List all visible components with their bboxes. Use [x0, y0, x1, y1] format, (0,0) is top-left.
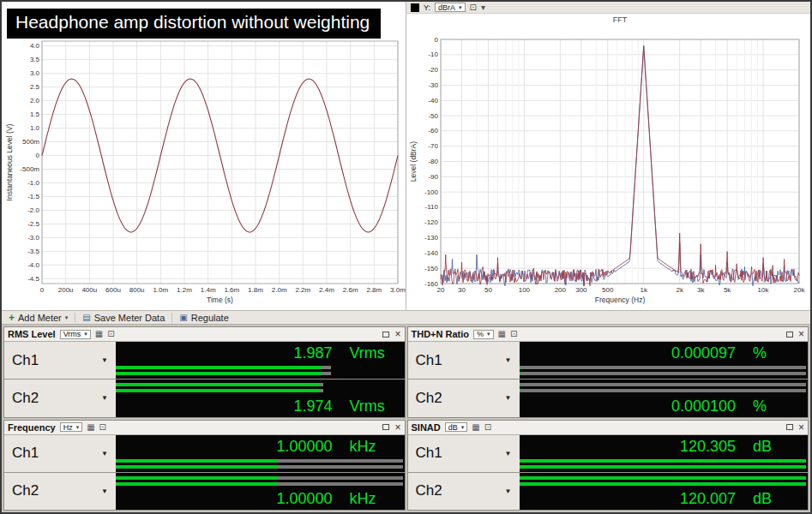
svg-text:2.8m: 2.8m	[366, 286, 382, 294]
pane-icon[interactable]: ⊡	[107, 330, 114, 338]
meter-readout: 1.00000 kHz	[116, 439, 405, 454]
meter-toolbar: + Add Meter ▾ ▤ Save Meter Data ▣ Regula…	[2, 310, 810, 325]
channel-selector-ch2[interactable]: Ch2 ▼	[408, 473, 520, 510]
meter-display: 1.987 Vrms	[116, 342, 405, 379]
black-square-icon	[411, 3, 419, 12]
svg-text:-100: -100	[424, 188, 439, 196]
chevron-down-icon: ▼	[505, 487, 512, 495]
svg-text:Instantaneous Level (V): Instantaneous Level (V)	[5, 123, 14, 200]
svg-text:-130: -130	[424, 234, 439, 242]
fft-toolbar: Y: dBrA ▾ ⊡ ▾	[406, 2, 810, 14]
pane-icon[interactable]: ⊡	[510, 330, 517, 338]
unit-select[interactable]: % ▾	[473, 330, 494, 339]
meter-value: 1.00000	[276, 439, 332, 454]
meter-unit: dB	[736, 491, 801, 506]
regulate-icon: ▣	[179, 314, 187, 322]
meter-panel-rms-level: RMS Level Vrms ▾ ▦ ⊡ × Ch1 ▼	[3, 326, 406, 418]
save-meter-data-button[interactable]: ▤ Save Meter Data	[80, 311, 167, 324]
unit-select[interactable]: Vrms ▾	[60, 330, 91, 339]
close-icon[interactable]: ×	[798, 422, 804, 433]
svg-text:5k: 5k	[724, 286, 731, 294]
channel-selector-ch2[interactable]: Ch2 ▼	[4, 473, 116, 510]
close-icon[interactable]: ×	[394, 329, 400, 339]
unit-select[interactable]: Hz ▾	[60, 422, 83, 432]
regulate-button[interactable]: ▣ Regulate	[177, 311, 232, 324]
svg-text:1.8m: 1.8m	[248, 286, 263, 294]
close-icon[interactable]: ×	[394, 422, 400, 433]
plus-icon: +	[9, 313, 15, 323]
meter-title: Frequency	[8, 422, 56, 433]
svg-text:10k: 10k	[758, 286, 770, 294]
pane-icon[interactable]: ⊡	[470, 3, 477, 12]
meter-value: 1.987	[293, 345, 332, 361]
popout-icon[interactable]	[382, 332, 389, 338]
svg-text:-1.0: -1.0	[27, 179, 39, 187]
meter-options-icon[interactable]: ▦	[472, 423, 479, 432]
meter-unit: dB	[736, 439, 801, 454]
svg-text:-10: -10	[428, 51, 438, 58]
scope-panel: 4.03.53.02.52.01.51.0500m0-500m-1.0-1.5-…	[2, 2, 406, 310]
svg-text:3.0m: 3.0m	[390, 286, 406, 294]
meter-value: 1.00000	[276, 491, 332, 506]
meter-row-ch2: Ch2 ▼ 120.007 dB	[408, 473, 809, 510]
svg-text:2.5: 2.5	[30, 83, 40, 91]
meter-unit: %	[736, 398, 801, 414]
svg-text:Time (s): Time (s)	[207, 296, 233, 304]
meter-display: 1.974 Vrms	[116, 380, 405, 416]
popout-icon[interactable]	[382, 424, 389, 430]
svg-text:2.0: 2.0	[30, 97, 40, 105]
meter-bar	[116, 459, 405, 469]
meter-unit: kHz	[333, 439, 398, 454]
chevron-down-icon[interactable]: ▾	[481, 3, 485, 12]
svg-text:0: 0	[435, 36, 439, 44]
svg-text:-20: -20	[428, 66, 438, 74]
unit-select[interactable]: dB ▾	[445, 422, 468, 432]
meter-display: 1.00000 kHz	[116, 435, 405, 472]
channel-selector-ch1[interactable]: Ch1 ▼	[4, 342, 116, 379]
y-axis-unit-select[interactable]: dBrA ▾	[435, 3, 466, 12]
meter-panel-sinad: SINAD dB ▾ ▦ ⊡ × Ch1 ▼	[407, 420, 809, 511]
meter-value: 120.007	[680, 491, 736, 506]
channel-selector-ch2[interactable]: Ch2 ▼	[408, 380, 520, 416]
meter-options-icon[interactable]: ▦	[95, 330, 103, 338]
svg-text:100: 100	[519, 286, 531, 294]
meter-options-icon[interactable]: ▦	[87, 423, 94, 432]
chevron-down-icon: ▼	[505, 394, 512, 402]
popout-icon[interactable]	[786, 424, 793, 430]
svg-text:-3.5: -3.5	[27, 248, 39, 255]
svg-text:Frequency (Hz): Frequency (Hz)	[595, 296, 646, 304]
chevron-down-icon: ▼	[101, 394, 108, 402]
svg-text:2.6m: 2.6m	[343, 286, 358, 294]
chart-title-banner: Headphone amp distortion without weighti…	[7, 9, 381, 39]
pane-icon[interactable]: ⊡	[99, 423, 106, 432]
svg-text:2k: 2k	[676, 286, 683, 294]
svg-text:20k: 20k	[794, 286, 806, 294]
meter-panel-thdn-ratio: THD+N Ratio % ▾ ▦ ⊡ × Ch1 ▼	[407, 326, 809, 418]
meter-header: SINAD dB ▾ ▦ ⊡ ×	[408, 421, 809, 435]
channel-selector-ch1[interactable]: Ch1 ▼	[408, 342, 520, 379]
svg-text:-30: -30	[428, 81, 438, 89]
meter-readout: 120.007 dB	[520, 491, 809, 506]
close-icon[interactable]: ×	[798, 329, 804, 339]
meter-options-icon[interactable]: ▦	[498, 330, 506, 338]
meter-readout: 120.305 dB	[520, 439, 809, 454]
chevron-down-icon: ▾	[76, 424, 80, 431]
popout-icon[interactable]	[786, 332, 793, 338]
meter-bar	[520, 476, 809, 486]
pane-icon[interactable]: ⊡	[484, 423, 491, 432]
meters-grid: RMS Level Vrms ▾ ▦ ⊡ × Ch1 ▼	[2, 325, 810, 512]
svg-text:1k: 1k	[640, 286, 647, 294]
chevron-down-icon: ▼	[101, 356, 108, 364]
channel-selector-ch2[interactable]: Ch2 ▼	[4, 380, 116, 416]
svg-text:200u: 200u	[58, 286, 74, 294]
add-meter-button[interactable]: + Add Meter ▾	[6, 311, 70, 324]
meter-readout: 0.000097 %	[520, 345, 809, 361]
channel-selector-ch1[interactable]: Ch1 ▼	[4, 435, 116, 472]
chevron-down-icon: ▼	[101, 450, 108, 457]
svg-text:1.5: 1.5	[30, 111, 40, 118]
channel-selector-ch1[interactable]: Ch1 ▼	[408, 435, 520, 472]
meter-readout: 0.000100 %	[520, 398, 809, 414]
chevron-down-icon: ▾	[487, 331, 490, 338]
meter-readout: 1.00000 kHz	[116, 491, 405, 506]
meter-bar	[116, 383, 405, 392]
